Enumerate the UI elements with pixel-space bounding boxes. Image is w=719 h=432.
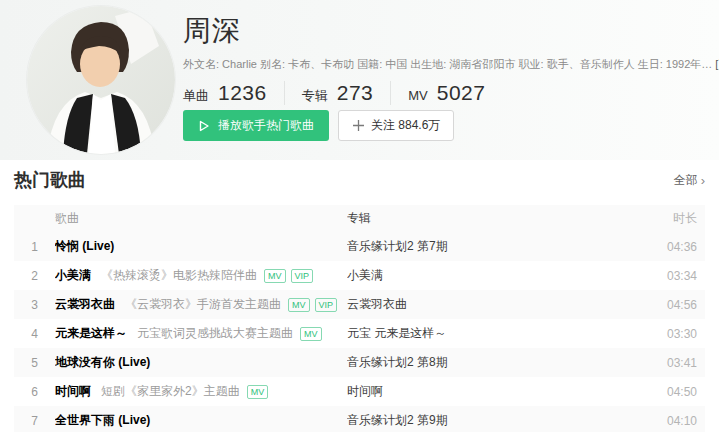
song-subtitle: 元宝歌词灵感挑战大赛主题曲	[137, 325, 293, 342]
song-subtitle: 《云裳羽衣》手游首发主题曲	[125, 296, 281, 313]
table-row[interactable]: 2 小美满 《热辣滚烫》电影热辣陪伴曲 MVVIP 小美满 03:34	[14, 261, 705, 290]
col-header-song: 歌曲	[55, 210, 347, 227]
table-row[interactable]: 3 云裳羽衣曲 《云裳羽衣》手游首发主题曲 MVVIP 云裳羽衣曲 04:56	[14, 290, 705, 319]
mv-badge[interactable]: MV	[247, 385, 269, 399]
vip-badge[interactable]: VIP	[291, 269, 314, 283]
song-cell: 云裳羽衣曲 《云裳羽衣》手游首发主题曲 MVVIP	[55, 296, 347, 313]
row-index: 4	[14, 327, 55, 341]
song-title[interactable]: 云裳羽衣曲	[55, 296, 115, 313]
artist-photo	[27, 6, 175, 154]
table-row[interactable]: 5 地球没有你 (Live) 音乐缘计划2 第8期 03:41	[14, 348, 705, 377]
song-cell: 时间啊 短剧《家里家外2》主题曲 MV	[55, 383, 347, 400]
song-album[interactable]: 音乐缘计划2 第8期	[347, 354, 633, 371]
row-index: 3	[14, 298, 55, 312]
artist-stats: 单曲 1236 专辑 273 MV 5027	[183, 81, 519, 105]
song-badges: MVVIP	[288, 298, 337, 312]
song-cell: 小美满 《热辣滚烫》电影热辣陪伴曲 MVVIP	[55, 267, 347, 284]
row-index: 5	[14, 356, 55, 370]
song-album[interactable]: 元宝 元来是这样～	[347, 325, 633, 342]
table-header-row: 歌曲 专辑 时长	[14, 205, 705, 232]
stat-mv: MV 5027	[408, 81, 502, 105]
stat-albums: 专辑 273	[302, 81, 392, 105]
song-album[interactable]: 时间啊	[347, 383, 633, 400]
song-badges: MVVIP	[264, 269, 313, 283]
more-link[interactable]: [更多]	[715, 58, 719, 70]
song-duration: 04:36	[633, 240, 697, 254]
plus-icon	[352, 119, 365, 132]
artist-page: 周深 外文名: Charlie 别名: 卡布、卡布叻 国籍: 中国 出生地: 湖…	[0, 0, 719, 432]
table-row[interactable]: 4 元来是这样～ 元宝歌词灵感挑战大赛主题曲 MV 元宝 元来是这样～ 03:3…	[14, 319, 705, 348]
col-header-album: 专辑	[347, 210, 633, 227]
song-album[interactable]: 小美满	[347, 267, 633, 284]
stat-mv-label: MV	[408, 88, 428, 103]
all-songs-label: 全部	[674, 172, 698, 189]
play-icon	[198, 120, 210, 132]
song-album[interactable]: 音乐缘计划2 第9期	[347, 412, 633, 429]
song-cell: 怜悯 (Live)	[55, 238, 347, 255]
song-badges: MV	[300, 327, 322, 341]
song-cell: 地球没有你 (Live)	[55, 354, 347, 371]
play-button-label: 播放歌手热门歌曲	[218, 117, 314, 134]
row-index: 1	[14, 240, 55, 254]
row-index: 2	[14, 269, 55, 283]
song-title[interactable]: 小美满	[55, 267, 91, 284]
song-table-body: 1 怜悯 (Live) 音乐缘计划2 第7期 04:36 2 小美满 《热辣滚烫…	[14, 232, 705, 432]
all-songs-link[interactable]: 全部 ›	[674, 172, 705, 189]
stat-singles-label: 单曲	[183, 87, 209, 105]
song-subtitle: 短剧《家里家外2》主题曲	[101, 383, 240, 400]
song-badges: MV	[247, 385, 269, 399]
mv-badge[interactable]: MV	[288, 298, 310, 312]
stat-albums-value: 273	[337, 81, 374, 105]
song-cell: 元来是这样～ 元宝歌词灵感挑战大赛主题曲 MV	[55, 325, 347, 342]
follow-button[interactable]: 关注 884.6万	[338, 110, 454, 141]
song-duration: 03:30	[633, 327, 697, 341]
vip-badge[interactable]: VIP	[315, 298, 338, 312]
song-duration: 04:50	[633, 385, 697, 399]
stat-albums-label: 专辑	[302, 87, 328, 105]
artist-name: 周深	[183, 12, 241, 50]
row-index: 6	[14, 385, 55, 399]
stat-mv-value: 5027	[437, 81, 486, 105]
song-duration: 04:10	[633, 414, 697, 428]
follow-button-label: 关注 884.6万	[371, 117, 440, 134]
song-title[interactable]: 时间啊	[55, 383, 91, 400]
song-duration: 03:34	[633, 269, 697, 283]
artist-header: 周深 外文名: Charlie 别名: 卡布、卡布叻 国籍: 中国 出生地: 湖…	[0, 0, 719, 160]
song-cell: 全世界下雨 (Live)	[55, 412, 347, 429]
table-row[interactable]: 7 全世界下雨 (Live) 音乐缘计划2 第9期 04:10	[14, 406, 705, 432]
hot-songs-section-head: 热门歌曲 全部 ›	[14, 162, 705, 198]
song-title[interactable]: 全世界下雨 (Live)	[55, 412, 150, 429]
play-hot-songs-button[interactable]: 播放歌手热门歌曲	[183, 110, 329, 141]
header-buttons: 播放歌手热门歌曲 关注 884.6万	[183, 110, 454, 141]
chevron-right-icon: ›	[701, 173, 705, 188]
artist-info: 外文名: Charlie 别名: 卡布、卡布叻 国籍: 中国 出生地: 湖南省邵…	[183, 57, 703, 72]
song-album[interactable]: 云裳羽衣曲	[347, 296, 633, 313]
mv-badge[interactable]: MV	[264, 269, 286, 283]
table-row[interactable]: 6 时间啊 短剧《家里家外2》主题曲 MV 时间啊 04:50	[14, 377, 705, 406]
song-subtitle: 《热辣滚烫》电影热辣陪伴曲	[101, 267, 257, 284]
song-title[interactable]: 地球没有你 (Live)	[55, 354, 150, 371]
col-header-duration: 时长	[633, 210, 697, 227]
song-duration: 04:56	[633, 298, 697, 312]
song-title[interactable]: 元来是这样～	[55, 325, 127, 342]
hot-songs-table: 歌曲 专辑 时长 1 怜悯 (Live) 音乐缘计划2 第7期 04:36 2 …	[14, 205, 705, 432]
mv-badge[interactable]: MV	[300, 327, 322, 341]
row-index: 7	[14, 414, 55, 428]
song-title[interactable]: 怜悯 (Live)	[55, 238, 114, 255]
table-row[interactable]: 1 怜悯 (Live) 音乐缘计划2 第7期 04:36	[14, 232, 705, 261]
song-album[interactable]: 音乐缘计划2 第7期	[347, 238, 633, 255]
hot-songs-title: 热门歌曲	[14, 168, 86, 192]
artist-info-text: 外文名: Charlie 别名: 卡布、卡布叻 国籍: 中国 出生地: 湖南省邵…	[183, 58, 712, 70]
stat-singles-value: 1236	[218, 81, 267, 105]
artist-avatar	[27, 6, 175, 154]
stat-singles: 单曲 1236	[183, 81, 285, 105]
song-duration: 03:41	[633, 356, 697, 370]
